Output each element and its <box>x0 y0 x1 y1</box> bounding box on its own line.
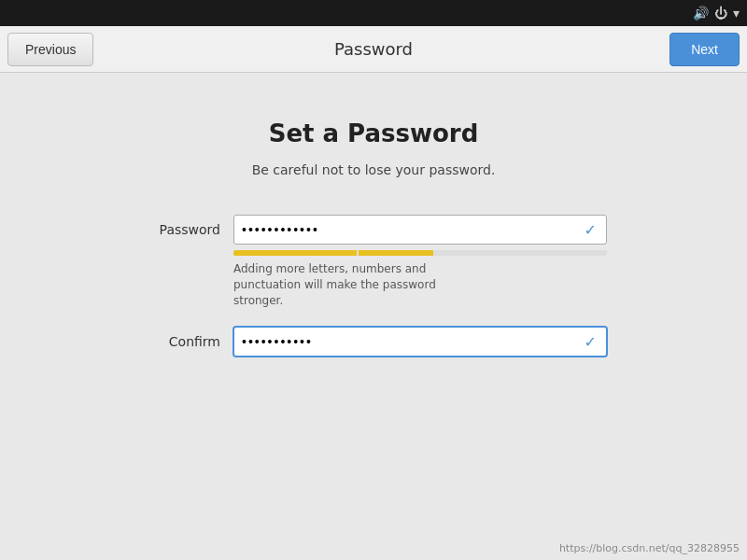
previous-button[interactable]: Previous <box>7 33 93 66</box>
password-check-icon: ✓ <box>581 219 600 241</box>
password-row: Password ✓ Adding more letters, numbers … <box>140 215 607 308</box>
next-button[interactable]: Next <box>669 33 740 66</box>
confirm-input-container: ✓ <box>233 327 607 357</box>
password-label: Password <box>140 215 233 237</box>
page-subtitle: Be careful not to lose your password. <box>252 162 496 177</box>
form-container: Password ✓ Adding more letters, numbers … <box>140 215 607 375</box>
confirm-field-wrapper: ✓ <box>233 327 607 357</box>
confirm-input[interactable] <box>234 328 581 356</box>
confirm-row: Confirm ✓ <box>140 327 607 357</box>
main-content: Set a Password Be careful not to lose yo… <box>0 73 747 560</box>
nav-bar: Previous Password Next <box>0 26 747 73</box>
confirm-label: Confirm <box>140 327 233 349</box>
strength-segment-1 <box>233 250 357 256</box>
watermark: https://blog.csdn.net/qq_32828955 <box>559 542 740 554</box>
password-input[interactable] <box>234 216 581 244</box>
volume-icon[interactable]: 🔊 <box>693 6 709 21</box>
strength-bar <box>233 250 607 256</box>
page-title: Set a Password <box>269 119 479 147</box>
strength-hint: Adding more letters, numbers and punctua… <box>233 261 486 308</box>
power-icon[interactable]: ⏻ <box>714 6 727 21</box>
confirm-check-icon: ✓ <box>581 331 600 353</box>
chevron-down-icon[interactable]: ▾ <box>733 6 740 21</box>
system-bar: 🔊 ⏻ ▾ <box>0 0 747 26</box>
password-input-container: ✓ <box>233 215 607 245</box>
strength-segment-2 <box>359 250 433 256</box>
password-field-wrapper: ✓ Adding more letters, numbers and punct… <box>233 215 607 308</box>
nav-title: Password <box>334 39 413 59</box>
